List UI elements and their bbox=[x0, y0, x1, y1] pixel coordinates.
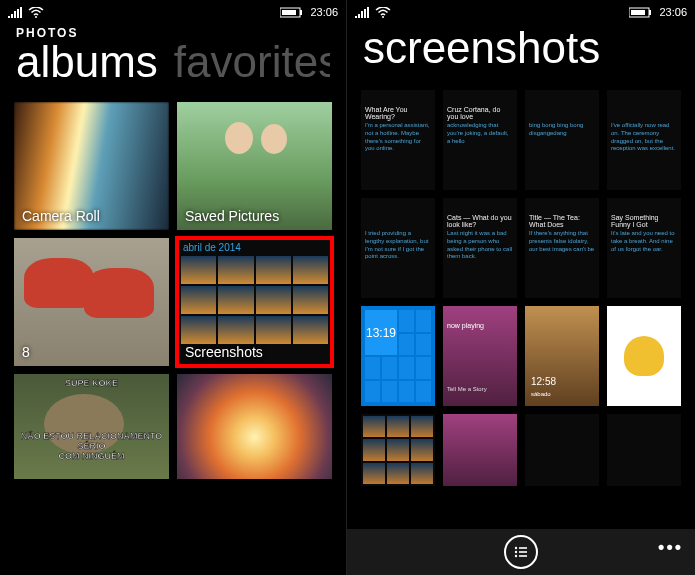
album-label: Camera Roll bbox=[22, 208, 100, 224]
album-thumbnail bbox=[14, 238, 169, 366]
music-title: Tell Me a Story bbox=[447, 386, 513, 394]
hub-header: PHOTOS albums favorites bbox=[0, 22, 346, 94]
screenshots-grid: What Are You Wearing? I'm a personal ass… bbox=[347, 80, 695, 486]
status-time: 23:06 bbox=[659, 6, 687, 18]
svg-rect-9 bbox=[519, 547, 527, 549]
list-icon bbox=[513, 544, 529, 560]
album-thumbnail bbox=[14, 374, 169, 479]
screenshot-thumb[interactable]: What Are You Wearing? I'm a personal ass… bbox=[361, 90, 435, 190]
select-button[interactable] bbox=[504, 535, 538, 569]
svg-rect-6 bbox=[631, 10, 645, 15]
album-meme[interactable]: SUPE KOKE NÃO ESTOU RELACIONAMENTO SÉRIO… bbox=[14, 374, 169, 479]
screenshot-thumb[interactable]: I tried providing a lengthy explanation,… bbox=[361, 198, 435, 298]
album-screenshots[interactable]: abril de 2014 Screenshots bbox=[177, 238, 332, 366]
svg-point-12 bbox=[515, 555, 517, 557]
svg-rect-7 bbox=[649, 10, 651, 15]
screenshot-thumb[interactable] bbox=[443, 414, 517, 486]
svg-rect-11 bbox=[519, 551, 527, 553]
svg-point-0 bbox=[35, 16, 37, 18]
signal-icon bbox=[8, 7, 22, 18]
pivot-albums[interactable]: albums bbox=[16, 40, 158, 84]
screenshot-thumb[interactable] bbox=[607, 414, 681, 486]
pivot[interactable]: albums favorites bbox=[16, 40, 330, 84]
album-8[interactable]: 8 bbox=[14, 238, 169, 366]
pivot-favorites[interactable]: favorites bbox=[174, 40, 330, 84]
wifi-icon bbox=[375, 7, 391, 18]
pivot-screenshots[interactable]: screenshots bbox=[363, 26, 600, 70]
screenshot-thumb[interactable]: Say Something Funny I Got It's late and … bbox=[607, 198, 681, 298]
meme-text-bottom: NÃO ESTOU RELACIONAMENTO SÉRIO COM NINGU… bbox=[14, 431, 169, 461]
now-playing-label: now playing bbox=[447, 322, 513, 329]
albums-screen: 23:06 PHOTOS albums favorites Camera Rol… bbox=[0, 0, 347, 575]
month-label: abril de 2014 bbox=[183, 242, 241, 253]
status-bar: 23:06 bbox=[0, 0, 346, 22]
app-title: PHOTOS bbox=[16, 26, 330, 40]
screenshot-thumb[interactable] bbox=[525, 414, 599, 486]
album-camera-roll[interactable]: Camera Roll bbox=[14, 102, 169, 230]
svg-rect-3 bbox=[300, 10, 302, 15]
meme-text-top: SUPE KOKE bbox=[14, 378, 169, 388]
album-thumbnail bbox=[177, 374, 332, 479]
screenshot-thumb[interactable] bbox=[361, 414, 435, 486]
svg-rect-13 bbox=[519, 555, 527, 557]
wifi-icon bbox=[28, 7, 44, 18]
battery-icon bbox=[280, 7, 304, 18]
signal-icon bbox=[355, 7, 369, 18]
svg-point-10 bbox=[515, 551, 517, 553]
album-label: Saved Pictures bbox=[185, 208, 279, 224]
svg-rect-2 bbox=[282, 10, 296, 15]
status-time: 23:06 bbox=[310, 6, 338, 18]
screenshot-thumb-start[interactable]: 13:19 bbox=[361, 306, 435, 406]
albums-grid: Camera Roll Saved Pictures 8 abril de 20… bbox=[0, 94, 346, 479]
app-bar: ••• bbox=[347, 529, 695, 575]
start-time: 13:19 bbox=[365, 310, 397, 355]
screenshot-thumb-duck[interactable] bbox=[607, 306, 681, 406]
screenshot-thumb[interactable]: bing bong bing bong disgangedang bbox=[525, 90, 599, 190]
screenshot-thumb[interactable]: Cats — What do you look like? Last night… bbox=[443, 198, 517, 298]
screenshot-thumb-music[interactable]: now playing Tell Me a Story bbox=[443, 306, 517, 406]
album-label: Screenshots bbox=[185, 344, 263, 360]
hub-header: screenshots bbox=[347, 22, 695, 80]
svg-point-4 bbox=[382, 16, 384, 18]
lock-time: 12:58 sábado bbox=[531, 376, 556, 398]
pivot[interactable]: screenshots bbox=[363, 26, 679, 70]
album-saved-pictures[interactable]: Saved Pictures bbox=[177, 102, 332, 230]
album-sunset[interactable] bbox=[177, 374, 332, 479]
screenshots-screen: 23:06 screenshots What Are You Wearing? … bbox=[347, 0, 695, 575]
battery-icon bbox=[629, 7, 653, 18]
svg-point-8 bbox=[515, 547, 517, 549]
album-label: 8 bbox=[22, 344, 30, 360]
screenshot-thumb-lock[interactable]: 12:58 sábado bbox=[525, 306, 599, 406]
screenshot-thumb[interactable]: I've officially now read on. The ceremon… bbox=[607, 90, 681, 190]
screenshot-thumb[interactable]: Title — The Tea: What Does If there's an… bbox=[525, 198, 599, 298]
screenshot-thumb[interactable]: Cruz Cortana, do you love acknowledging … bbox=[443, 90, 517, 190]
status-bar: 23:06 bbox=[347, 0, 695, 22]
more-button[interactable]: ••• bbox=[658, 537, 683, 558]
